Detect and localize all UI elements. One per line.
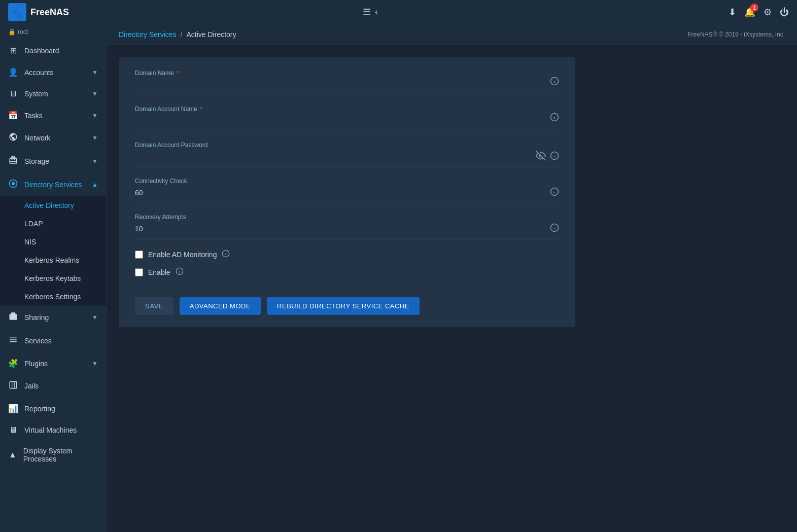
sidebar-label-tasks: Tasks <box>24 112 43 120</box>
domain-account-name-help-icon[interactable] <box>550 113 559 124</box>
storage-arrow: ▼ <box>92 158 98 165</box>
directory-services-submenu: Active Directory LDAP NIS Kerberos Realm… <box>0 196 106 306</box>
domain-name-input[interactable] <box>135 79 559 91</box>
sidebar-subitem-kerberos-realms[interactable]: Kerberos Realms <box>0 251 106 269</box>
sidebar-item-dashboard[interactable]: ⊞ Dashboard <box>0 40 106 61</box>
breadcrumb-bar: Directory Services / Active Directory Fr… <box>107 24 797 45</box>
network-icon <box>8 132 18 144</box>
recovery-attempts-group: Recovery Attempts <box>135 214 559 239</box>
plugins-arrow: ▼ <box>92 360 98 367</box>
power-icon[interactable]: ⏻ <box>780 7 789 18</box>
sidebar-label-display-system-processes: Display System Processes <box>23 447 98 463</box>
user-lock-icon: 🔒 <box>8 28 16 36</box>
svg-rect-4 <box>10 381 17 388</box>
sidebar-label-accounts: Accounts <box>24 68 54 77</box>
enable-ad-monitoring-checkbox[interactable] <box>135 251 143 259</box>
domain-account-password-input[interactable] <box>135 151 532 163</box>
sidebar-item-system[interactable]: 🖥 System ▼ <box>0 83 106 104</box>
enable-label[interactable]: Enable <box>148 268 170 276</box>
toggle-password-icon[interactable] <box>536 151 546 163</box>
recovery-attempts-row <box>135 223 559 235</box>
domain-name-help-icon[interactable] <box>550 77 559 88</box>
sidebar-subitem-ldap[interactable]: LDAP <box>0 215 106 233</box>
notification-icon[interactable]: 🔔 1 <box>744 7 755 18</box>
save-button[interactable]: SAVE <box>135 297 174 315</box>
sidebar-item-display-system-processes[interactable]: ▲ Display System Processes <box>0 441 106 469</box>
sidebar-label-network: Network <box>24 134 50 142</box>
domain-account-name-input[interactable] <box>135 115 559 127</box>
active-directory-label: Active Directory <box>24 201 74 209</box>
breadcrumb-separator: / <box>181 30 183 39</box>
sidebar-label-directory-services: Directory Services <box>24 181 82 189</box>
breadcrumb-parent[interactable]: Directory Services <box>119 30 177 39</box>
jails-icon <box>8 380 18 392</box>
form-card: Domain Name * Domain Account Name * <box>119 57 575 327</box>
enable-ad-monitoring-label[interactable]: Enable AD Monitoring <box>148 251 217 259</box>
notification-badge: 1 <box>750 4 758 12</box>
connectivity-check-help-icon[interactable] <box>550 187 559 198</box>
sidebar-item-virtual-machines[interactable]: 🖥 Virtual Machines <box>0 419 106 441</box>
kerberos-realms-label: Kerberos Realms <box>24 256 79 264</box>
sidebar-item-plugins[interactable]: 🧩 Plugins ▼ <box>0 352 106 374</box>
enable-ad-monitoring-help-icon[interactable] <box>222 250 230 259</box>
logo-text: FreeNAS <box>30 7 69 18</box>
copyright-text: FreeNAS® © 2019 - iXsystems, Inc. <box>687 31 785 38</box>
enable-checkbox[interactable] <box>135 268 143 276</box>
topbar: 🐾 FreeNAS ☰ ‹ ⬇ 🔔 1 ⚙ ⏻ <box>0 0 797 24</box>
sidebar-item-storage[interactable]: Storage ▼ <box>0 150 106 173</box>
sidebar-item-services[interactable]: Services <box>0 329 106 352</box>
domain-account-name-label: Domain Account Name * <box>135 105 559 113</box>
download-icon[interactable]: ⬇ <box>729 7 736 18</box>
sidebar-item-sharing[interactable]: Sharing ▼ <box>0 306 106 329</box>
password-help-icon[interactable] <box>550 151 559 162</box>
enable-ad-monitoring-group: Enable AD Monitoring <box>135 250 559 259</box>
recovery-attempts-input[interactable] <box>135 223 546 235</box>
sidebar-subitem-kerberos-settings[interactable]: Kerberos Settings <box>0 288 106 306</box>
enable-help-icon[interactable] <box>176 267 184 277</box>
sidebar-item-jails[interactable]: Jails <box>0 374 106 398</box>
menu-icon[interactable]: ☰ <box>363 7 371 18</box>
layout: 🔒 root ⊞ Dashboard 👤 Accounts ▼ 🖥 System… <box>0 24 797 532</box>
dashboard-icon: ⊞ <box>8 46 18 55</box>
username: root <box>18 28 28 36</box>
accounts-arrow: ▼ <box>92 69 98 76</box>
svg-text:🐾: 🐾 <box>12 8 23 19</box>
sidebar-item-tasks[interactable]: 📅 Tasks ▼ <box>0 104 106 126</box>
sidebar-user: 🔒 root <box>0 24 106 40</box>
network-arrow: ▼ <box>92 134 98 141</box>
nis-label: NIS <box>24 238 36 246</box>
logo: 🐾 FreeNAS <box>8 3 359 21</box>
sidebar-label-virtual-machines: Virtual Machines <box>24 426 77 434</box>
connectivity-check-input[interactable] <box>135 187 546 199</box>
password-field-row <box>135 151 559 163</box>
svg-point-3 <box>12 182 15 185</box>
sidebar-label-jails: Jails <box>24 382 39 390</box>
sidebar-subitem-active-directory[interactable]: Active Directory <box>0 196 106 215</box>
settings-icon[interactable]: ⚙ <box>764 7 772 18</box>
connectivity-check-label: Connectivity Check <box>135 178 559 185</box>
sidebar-item-network[interactable]: Network ▼ <box>0 126 106 150</box>
sidebar-item-directory-services[interactable]: Directory Services ▲ <box>0 173 106 196</box>
advanced-mode-button[interactable]: ADVANCED MODE <box>180 297 261 315</box>
sidebar-label-services: Services <box>24 337 52 345</box>
sidebar-label-dashboard: Dashboard <box>24 47 59 55</box>
freenas-logo-icon: 🐾 <box>8 3 26 21</box>
domain-account-name-required: * <box>200 105 202 113</box>
sidebar-subitem-kerberos-keytabs[interactable]: Kerberos Keytabs <box>0 269 106 288</box>
tasks-icon: 📅 <box>8 111 18 120</box>
sidebar-item-accounts[interactable]: 👤 Accounts ▼ <box>0 61 106 83</box>
topbar-actions: ⬇ 🔔 1 ⚙ ⏻ <box>729 7 789 18</box>
button-row: SAVE ADVANCED MODE REBUILD DIRECTORY SER… <box>135 289 559 315</box>
rebuild-cache-button[interactable]: REBUILD DIRECTORY SERVICE CACHE <box>267 297 420 315</box>
main: Directory Services / Active Directory Fr… <box>107 24 797 532</box>
kerberos-keytabs-label: Kerberos Keytabs <box>24 274 81 282</box>
connectivity-check-group: Connectivity Check <box>135 178 559 203</box>
sidebar-item-reporting[interactable]: 📊 Reporting <box>0 398 106 419</box>
storage-icon <box>8 156 18 167</box>
directory-services-arrow: ▲ <box>92 181 98 188</box>
enable-group: Enable <box>135 267 559 277</box>
sidebar-label-plugins: Plugins <box>24 360 48 368</box>
sidebar-subitem-nis[interactable]: NIS <box>0 233 106 251</box>
back-icon[interactable]: ‹ <box>375 7 378 18</box>
recovery-attempts-help-icon[interactable] <box>550 223 559 234</box>
